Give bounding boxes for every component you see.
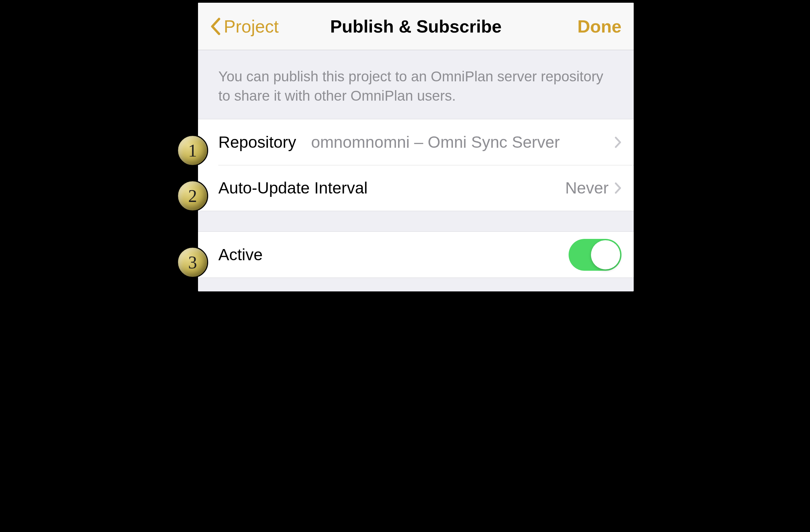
repository-value: omnomnomni – Omni Sync Server [311, 133, 560, 151]
back-button[interactable]: Project [210, 16, 279, 37]
active-row: Active [198, 232, 634, 278]
auto-update-interval-row[interactable]: Auto-Update Interval Never [198, 165, 634, 211]
repository-label: Repository [218, 133, 296, 151]
chevron-right-icon [615, 136, 621, 148]
auto-update-label: Auto-Update Interval [218, 179, 368, 197]
sync-settings-group: Repository omnomnomni – Omni Sync Server… [198, 119, 634, 211]
section-description: You can publish this project to an OmniP… [198, 50, 634, 119]
navigation-bar: Project Publish & Subscribe Done [198, 3, 634, 50]
page-title: Publish & Subscribe [330, 16, 502, 37]
repository-row[interactable]: Repository omnomnomni – Omni Sync Server [198, 119, 634, 165]
done-button[interactable]: Done [578, 16, 621, 37]
chevron-right-icon [615, 182, 621, 194]
active-group: Active [198, 231, 634, 278]
annotation-badge-2: 2 [177, 180, 208, 212]
annotation-badge-3: 3 [177, 247, 208, 278]
toggle-knob [591, 240, 620, 269]
active-toggle[interactable] [569, 239, 621, 271]
auto-update-value: Never [565, 179, 609, 197]
back-button-label: Project [224, 16, 279, 37]
active-label: Active [218, 245, 263, 264]
annotation-badge-1: 1 [177, 135, 208, 166]
chevron-left-icon [210, 18, 221, 35]
settings-screen: Project Publish & Subscribe Done You can… [198, 3, 634, 292]
